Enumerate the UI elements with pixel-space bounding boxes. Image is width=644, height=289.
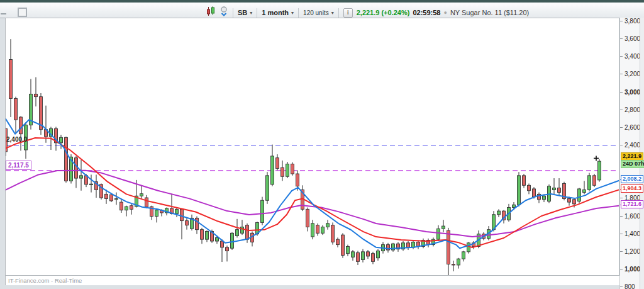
candle-down — [226, 247, 229, 251]
candle-down — [331, 225, 335, 242]
candle-up — [467, 243, 470, 252]
timeframe-dropdown[interactable]: 1 month ▾ — [262, 9, 294, 16]
candle-up — [236, 230, 239, 236]
units-dropdown[interactable]: 120 units ▾ — [303, 9, 334, 16]
candle-up — [175, 209, 179, 213]
chart-toolbar: SB ▾ 1 month ▾ 120 units ▾ i 2,221.9 (+0… — [0, 3, 644, 18]
bottom-margin — [0, 285, 619, 289]
maximize-window-icon[interactable] — [18, 8, 27, 17]
axis-label: 800 — [625, 283, 635, 289]
candle-up — [311, 224, 314, 237]
axis-tick — [620, 269, 623, 269]
candle-down — [593, 176, 596, 185]
symbol-dropdown[interactable]: SB ▾ — [238, 9, 252, 16]
axis-tick — [620, 110, 623, 110]
ma-value-tag: 1,904.3 — [621, 184, 643, 193]
candle-down — [533, 189, 536, 197]
chevron-down-icon: ▾ — [250, 10, 252, 16]
candle-up — [543, 196, 546, 200]
candle-up — [583, 190, 586, 192]
axis-tick — [620, 145, 623, 145]
candle-down — [75, 158, 78, 178]
candle-up — [598, 161, 601, 180]
candle-down — [221, 241, 224, 247]
axis-tick — [620, 56, 623, 57]
candle-up — [518, 176, 521, 205]
candle-down — [180, 209, 184, 220]
candle-up — [241, 227, 244, 233]
candle-up — [513, 205, 516, 207]
candle-up — [80, 176, 83, 178]
quote-bar: 2,221.9 (+0.24%) 02:59:58 ● NY Sugar No.… — [357, 9, 530, 16]
axis-tick — [620, 74, 623, 74]
info-icon[interactable]: i — [343, 8, 353, 18]
candle-up — [553, 188, 556, 190]
candle-up — [231, 233, 234, 248]
candles-group — [6, 39, 601, 276]
candle-up — [261, 200, 264, 222]
axis-tick — [620, 216, 623, 217]
candle-down — [341, 235, 345, 255]
candle-down — [110, 195, 113, 201]
candle-up — [286, 164, 289, 177]
axis-label: 3,600 — [625, 35, 640, 42]
candle-up — [347, 246, 350, 253]
candle-up — [326, 224, 330, 227]
chevron-down-icon: ▾ — [331, 10, 334, 16]
axis-label: 1,600 — [625, 212, 640, 219]
axis-tick — [620, 127, 623, 128]
axis-label: 2,600 — [625, 123, 640, 130]
level-line-label-2117[interactable]: 2,117.5 — [6, 161, 31, 170]
symbol-label: SB — [238, 9, 247, 16]
toolbar-separator — [257, 8, 257, 18]
candle-down — [407, 243, 410, 247]
candle-countdown-tag: 24D 07h — [621, 160, 644, 168]
candle-down — [105, 194, 108, 198]
candlestick-style-icon[interactable] — [206, 6, 216, 19]
candle-up — [140, 194, 143, 196]
candle-down — [316, 225, 319, 234]
toolbar-separator — [338, 8, 339, 18]
candle-up — [352, 252, 355, 257]
candle-down — [186, 221, 189, 225]
candle-up — [578, 189, 581, 201]
candle-up — [266, 176, 269, 200]
candle-down — [528, 185, 531, 190]
candle-down — [372, 254, 375, 262]
toolbar-separator — [298, 8, 299, 18]
candle-up — [125, 207, 128, 210]
candle-down — [367, 252, 370, 256]
candle-down — [573, 200, 576, 204]
candle-down — [291, 164, 294, 174]
candle-down — [452, 264, 455, 265]
candle-up — [497, 211, 501, 215]
candle-down — [9, 60, 13, 99]
axis-label: 3,200 — [625, 71, 640, 77]
candle-up — [377, 251, 380, 258]
axis-tick — [620, 234, 623, 234]
level-line-label-2400[interactable]: 2,400.0 — [6, 136, 27, 143]
chevron-down-icon: ▾ — [291, 10, 294, 16]
candle-down — [19, 117, 23, 134]
provider-watermark: IT-Finance.com - Real-Time — [6, 276, 619, 285]
candlestick-chart[interactable] — [5, 18, 619, 276]
minimize-window-icon[interactable] — [1, 8, 6, 14]
candle-down — [120, 202, 123, 210]
candle-up — [206, 231, 209, 239]
axis-tick — [620, 38, 623, 39]
axis-tick — [620, 21, 623, 21]
candle-down — [65, 137, 68, 181]
candle-up — [412, 242, 415, 247]
axis-label: 1,200 — [625, 247, 640, 254]
candle-down — [145, 198, 148, 207]
candle-up — [60, 137, 63, 142]
candle-down — [35, 94, 38, 96]
ma-value-tag: 1,721.6 — [621, 200, 643, 208]
toolbar-separator — [233, 8, 233, 18]
candle-down — [201, 230, 204, 239]
quote-time: 02:59:58 — [413, 9, 440, 16]
candle-down — [568, 198, 571, 202]
timeframe-label: 1 month — [262, 9, 289, 16]
candle-down — [130, 206, 133, 210]
chart-canvas — [6, 18, 619, 276]
